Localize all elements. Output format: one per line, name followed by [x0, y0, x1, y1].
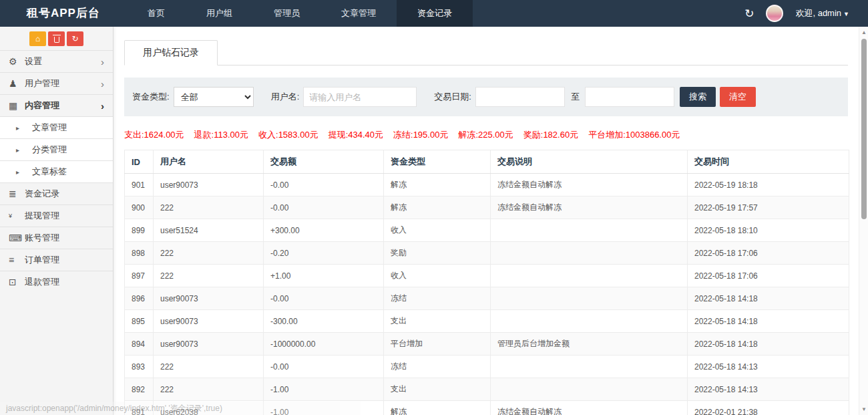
scroll-down-arrow-icon[interactable]: ▼ — [861, 406, 867, 412]
user-menu[interactable]: 欢迎, admin▼ — [795, 7, 849, 19]
cell-fund-type: 平台增加 — [384, 333, 491, 356]
chevron-right-icon: › — [101, 78, 104, 90]
home-button[interactable]: ⌂ — [29, 31, 46, 46]
cell-username: 222 — [154, 196, 264, 219]
nav-item[interactable]: 首页 — [127, 0, 186, 27]
sidebar-item[interactable]: ▸ 分类管理 — [0, 138, 113, 160]
navbar-right: ↻ 欢迎, admin▼ — [744, 0, 868, 27]
username-input[interactable] — [303, 87, 417, 107]
sidebar-item-label: 内容管理 — [25, 100, 101, 112]
cell-amount: -0.00 — [264, 174, 384, 196]
sidebar-item[interactable]: ⊡ 退款管理 — [0, 271, 113, 293]
cell-fund-type: 收入 — [384, 265, 491, 287]
users-icon: ♟ — [9, 78, 25, 89]
sidebar-item-label: 设置 — [25, 55, 101, 67]
table-row: 896 user90073 -0.00 冻结 2022-05-18 14:18 — [125, 287, 849, 310]
monitor-icon: ⊡ — [9, 277, 25, 287]
cell-description — [491, 356, 688, 378]
cell-time: 2022-05-18 14:13 — [688, 378, 849, 401]
cell-description: 冻结金额自动解冻 — [491, 196, 688, 219]
sidebar-item[interactable]: ▸ 文章管理 — [0, 116, 113, 138]
cell-fund-type: 奖励 — [384, 242, 491, 265]
sidebar-menu: ⚙ 设置 › ♟ 用户管理 › ▦ 内容管理 › ▸ 文章管理 — [0, 50, 113, 293]
nav-item[interactable]: 用户组 — [186, 0, 253, 27]
date-label: 交易日期: — [434, 91, 471, 103]
cell-id: 901 — [125, 174, 154, 196]
cell-amount: -1.00 — [264, 378, 384, 401]
cell-description: 冻结金额自动解冻 — [491, 401, 688, 415]
clear-cache-button[interactable] — [48, 31, 65, 46]
cell-username: 222 — [154, 242, 264, 265]
cell-fund-type: 解冻 — [384, 401, 491, 415]
gear-icon: ⚙ — [9, 56, 25, 67]
cell-fund-type: 支出 — [384, 378, 491, 401]
cell-amount: +1.00 — [264, 265, 384, 287]
scrollbar-thumb[interactable] — [861, 39, 867, 219]
nav-item[interactable]: 文章管理 — [320, 0, 397, 27]
table-row: 897 222 +1.00 收入 2022-05-18 17:06 — [125, 265, 849, 287]
sidebar-item[interactable]: ≣ 资金记录 — [0, 182, 113, 204]
nav-item[interactable]: 管理员 — [253, 0, 320, 27]
column-header: 用户名 — [154, 150, 264, 174]
tab-user-diamond-records[interactable]: 用户钻石记录 — [124, 40, 218, 65]
app-brand[interactable]: 租号APP后台 — [0, 0, 127, 27]
column-header: 资金类型 — [384, 150, 491, 174]
cell-description: 管理员后台增加金额 — [491, 333, 688, 356]
sidebar-item[interactable]: ⚙ 设置 › — [0, 50, 113, 72]
cell-amount: -1000000.00 — [264, 333, 384, 356]
stat-item: 退款:113.00元 — [194, 129, 248, 141]
cell-fund-type: 解冻 — [384, 196, 491, 219]
cell-amount: +300.00 — [264, 219, 384, 242]
sidebar-item[interactable]: ¥ 提现管理 — [0, 204, 113, 227]
list-icon: ≣ — [9, 188, 25, 199]
table-row: 901 user90073 -0.00 解冻 冻结金额自动解冻 2022-05-… — [125, 174, 849, 196]
stat-item: 收入:1583.00元 — [258, 129, 318, 141]
fund-type-label: 资金类型: — [132, 91, 170, 103]
top-navbar: 租号APP后台 首页 用户组 管理员 文章管理 资金记录 ↻ 欢迎, admin… — [0, 0, 868, 27]
cell-username: user90073 — [154, 174, 264, 196]
cell-amount: -0.00 — [264, 287, 384, 310]
stat-item: 平台增加:1003866.00元 — [588, 129, 680, 141]
search-button[interactable]: 搜索 — [680, 87, 716, 107]
sidebar-item[interactable]: ♟ 用户管理 › — [0, 72, 113, 94]
sidebar: ⌂ ↻ ⚙ 设置 › ♟ 用户管理 › ▦ 内容管理 › — [0, 27, 114, 415]
cell-id: 898 — [125, 242, 154, 265]
sidebar-item[interactable]: ⌨ 账号管理 — [0, 227, 113, 249]
date-start-input[interactable] — [475, 87, 565, 107]
column-header: 交易说明 — [491, 150, 688, 174]
table-row: 892 222 -1.00 支出 2022-05-18 14:13 — [125, 378, 849, 401]
reload-button[interactable]: ↻ — [67, 31, 83, 46]
avatar[interactable] — [766, 5, 783, 22]
cell-time: 2022-05-18 17:06 — [688, 265, 849, 287]
clear-button[interactable]: 清空 — [720, 87, 756, 107]
table-body: 901 user90073 -0.00 解冻 冻结金额自动解冻 2022-05-… — [125, 174, 849, 415]
cell-id: 894 — [125, 333, 154, 356]
sidebar-item[interactable]: ≡ 订单管理 — [0, 249, 113, 271]
money-icon: ¥ — [9, 213, 25, 219]
sidebar-item-label: 账号管理 — [25, 232, 104, 244]
refresh-icon[interactable]: ↻ — [744, 7, 754, 21]
fund-type-select[interactable]: 全部 — [174, 87, 254, 107]
summary-stats: 支出:1624.00元 退款:113.00元 收入:1583.00元 提现:43… — [124, 129, 848, 141]
date-separator: 至 — [571, 91, 580, 103]
sidebar-item-label: 提现管理 — [25, 210, 104, 222]
welcome-text: 欢迎, admin — [795, 8, 841, 18]
table-row: 900 222 -0.00 解冻 冻结金额自动解冻 2022-05-19 17:… — [125, 196, 849, 219]
chevron-right-icon: › — [101, 56, 104, 67]
link-status-text: javascript:openapp('/admin/money/index.h… — [0, 402, 361, 415]
table-header-row: ID 用户名 交易额 资金类型 交易说明 交易时间 — [125, 150, 849, 174]
gamepad-icon: ⌨ — [9, 233, 25, 243]
records-table: ID 用户名 交易额 资金类型 交易说明 交易时间 901 user90073 — [124, 150, 849, 415]
cell-username: user51524 — [154, 219, 264, 242]
cell-fund-type: 解冻 — [384, 174, 491, 196]
sidebar-item[interactable]: ▦ 内容管理 › — [0, 94, 113, 116]
sidebar-item[interactable]: ▸ 文章标签 — [0, 160, 113, 182]
date-end-input[interactable] — [585, 87, 674, 107]
stat-item: 冻结:195.00元 — [393, 129, 448, 141]
cell-description — [491, 310, 688, 333]
caret-right-icon: ▸ — [16, 146, 32, 154]
scroll-up-arrow-icon[interactable]: ▲ — [861, 29, 867, 35]
nav-item[interactable]: 资金记录 — [397, 0, 473, 27]
cell-description — [491, 378, 688, 401]
cell-time: 2022-05-18 14:18 — [688, 287, 849, 310]
